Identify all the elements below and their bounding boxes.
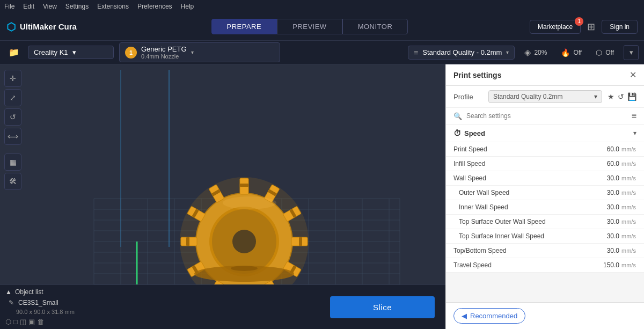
move-tool[interactable]: ✛ xyxy=(4,70,21,87)
profile-reset-icon[interactable]: ↺ xyxy=(618,92,624,101)
main-area: ✛ ⤢ ↺ ⟺ ▦ 🛠 xyxy=(0,64,644,329)
search-row: 🔍 ≡ xyxy=(446,108,644,125)
speed-icon: ⏱ xyxy=(453,129,461,137)
section-label: Speed xyxy=(464,129,485,137)
tab-preview[interactable]: PREVIEW xyxy=(277,19,342,34)
setting-name-outer-wall-speed: Outer Wall Speed xyxy=(459,189,592,196)
profile-actions: ★ ↺ 💾 xyxy=(608,92,636,101)
slice-area: Slice xyxy=(330,296,435,318)
menu-settings[interactable]: Settings xyxy=(65,3,89,10)
profile-save-icon[interactable]: 💾 xyxy=(627,92,636,101)
tab-prepare[interactable]: PREPARE xyxy=(211,19,277,34)
settings-list[interactable]: ⏱ Speed ▾ Print Speed 60.0 mm/s Infill S… xyxy=(446,125,644,302)
setting-name-top-inner-wall-speed: Top Surface Inner Wall Speed xyxy=(459,232,592,240)
menu-file[interactable]: File xyxy=(4,3,14,10)
object-size: 90.0 x 90.0 x 31.8 mm xyxy=(16,309,75,315)
arrange-tool[interactable]: ▦ xyxy=(4,153,21,171)
setting-top-inner-wall-speed[interactable]: Top Surface Inner Wall Speed 30.0 mm/s xyxy=(446,229,644,244)
setting-value-top-inner-wall-speed: 30.0 xyxy=(592,232,619,240)
close-panel-button[interactable]: ✕ xyxy=(630,70,636,80)
speed-section-header[interactable]: ⏱ Speed ▾ xyxy=(446,125,644,142)
adhesion-icon: ⬡ xyxy=(596,48,602,57)
marketplace-badge: 1 xyxy=(575,17,583,26)
section-expand-icon: ▾ xyxy=(633,129,636,137)
mirror-tool[interactable]: ⟺ xyxy=(4,128,21,145)
setting-print-speed[interactable]: Print Speed 60.0 mm/s xyxy=(446,142,644,157)
apps-grid-icon[interactable]: ⊞ xyxy=(587,21,595,33)
recommended-label: Recommended xyxy=(470,312,517,320)
scale-tool[interactable]: ⤢ xyxy=(4,89,21,106)
panel-title: Print settings xyxy=(453,71,501,79)
setting-unit-top-inner-wall-speed: mm/s xyxy=(621,233,636,239)
filter-icon[interactable]: ≡ xyxy=(632,111,636,121)
panel-header: Print settings ✕ xyxy=(446,64,644,86)
material-chevron-icon: ▾ xyxy=(191,49,194,55)
slice-button[interactable]: Slice xyxy=(330,296,435,318)
profile-label: Profile xyxy=(453,93,483,101)
support-tool[interactable]: 🛠 xyxy=(4,173,21,190)
svg-point-63 xyxy=(223,196,276,209)
obj-icon-2[interactable]: □ xyxy=(13,318,18,326)
material-name: Generic PETG xyxy=(141,45,187,53)
tab-monitor[interactable]: MONITOR xyxy=(342,19,408,34)
setting-name-top-outer-wall-speed: Top Surface Outer Wall Speed xyxy=(459,218,592,225)
open-folder-button[interactable]: 📁 xyxy=(5,44,23,61)
expand-button[interactable]: ▾ xyxy=(624,45,639,60)
right-panel: Print settings ✕ Profile Standard Qualit… xyxy=(445,64,644,329)
setting-inner-wall-speed[interactable]: Inner Wall Speed 30.0 mm/s xyxy=(446,200,644,215)
search-input[interactable] xyxy=(466,112,627,120)
obj-icon-1[interactable]: ⬡ xyxy=(5,318,11,326)
marketplace-button[interactable]: Marketplace 1 xyxy=(530,20,581,34)
object-list-header[interactable]: ▲ Object list xyxy=(5,288,440,296)
setting-unit-outer-wall-speed: mm/s xyxy=(621,189,636,196)
printer-selector[interactable]: Creality K1 ▾ xyxy=(28,46,114,59)
obj-icon-3[interactable]: ◫ xyxy=(20,318,26,326)
menu-help[interactable]: Help xyxy=(181,3,194,10)
menu-edit[interactable]: Edit xyxy=(23,3,34,10)
support-section: 🔥 Off xyxy=(557,48,586,57)
setting-name-wall-speed: Wall Speed xyxy=(453,174,592,182)
edit-icon: ✎ xyxy=(9,299,14,306)
svg-point-36 xyxy=(232,230,256,253)
logo-icon: ⬡ xyxy=(6,20,16,33)
material-info: Generic PETG 0.4mm Nozzle xyxy=(141,45,187,60)
header-right: Marketplace 1 ⊞ Sign in xyxy=(530,20,638,34)
signin-button[interactable]: Sign in xyxy=(602,20,638,34)
obj-icon-4[interactable]: ▣ xyxy=(28,318,35,326)
menu-view[interactable]: View xyxy=(43,3,57,10)
setting-infill-speed[interactable]: Infill Speed 60.0 mm/s xyxy=(446,157,644,171)
setting-unit-inner-wall-speed: mm/s xyxy=(621,204,636,210)
support-label: Off xyxy=(573,49,582,56)
setting-unit-topbottom-speed: mm/s xyxy=(621,247,636,254)
logo: ⬡ UltiMaker Cura xyxy=(6,20,77,33)
setting-name-infill-speed: Infill Speed xyxy=(453,160,592,167)
setting-topbottom-speed[interactable]: Top/Bottom Speed 30.0 mm/s xyxy=(446,244,644,258)
profile-value: Standard Quality 0.2mm xyxy=(493,93,562,100)
support-icon: 🔥 xyxy=(561,48,570,57)
material-selector[interactable]: 1 Generic PETG 0.4mm Nozzle ▾ xyxy=(119,42,280,62)
viewport[interactable]: ✛ ⤢ ↺ ⟺ ▦ 🛠 xyxy=(0,64,445,329)
setting-travel-speed[interactable]: Travel Speed 150.0 mm/s xyxy=(446,258,644,273)
infill-label: 20% xyxy=(534,49,547,56)
menu-extensions[interactable]: Extensions xyxy=(97,3,129,10)
object-list-label: Object list xyxy=(15,288,43,296)
left-toolbar: ✛ ⤢ ↺ ⟺ ▦ 🛠 xyxy=(4,70,21,190)
setting-value-travel-speed: 150.0 xyxy=(592,261,619,269)
profile-star-icon[interactable]: ★ xyxy=(608,92,614,101)
setting-name-inner-wall-speed: Inner Wall Speed xyxy=(459,203,592,211)
obj-icon-5[interactable]: 🗑 xyxy=(37,318,44,326)
adhesion-label: Off xyxy=(605,49,614,56)
rotate-tool[interactable]: ↺ xyxy=(4,108,21,126)
svg-rect-52 xyxy=(299,237,302,246)
quality-chevron-icon: ▾ xyxy=(506,49,509,55)
setting-wall-speed[interactable]: Wall Speed 30.0 mm/s xyxy=(446,171,644,186)
setting-outer-wall-speed[interactable]: Outer Wall Speed 30.0 mm/s xyxy=(446,186,644,200)
recommended-button[interactable]: ◀ Recommended xyxy=(453,308,525,324)
setting-top-outer-wall-speed[interactable]: Top Surface Outer Wall Speed 30.0 mm/s xyxy=(446,215,644,229)
profile-select[interactable]: Standard Quality 0.2mm ▾ xyxy=(488,90,602,103)
setting-name-print-speed: Print Speed xyxy=(453,145,592,153)
adhesion-section: ⬡ Off xyxy=(591,48,618,57)
svg-rect-58 xyxy=(186,237,189,246)
menu-preferences[interactable]: Preferences xyxy=(137,3,172,10)
quality-selector[interactable]: ≡ Standard Quality - 0.2mm ▾ xyxy=(408,46,515,60)
